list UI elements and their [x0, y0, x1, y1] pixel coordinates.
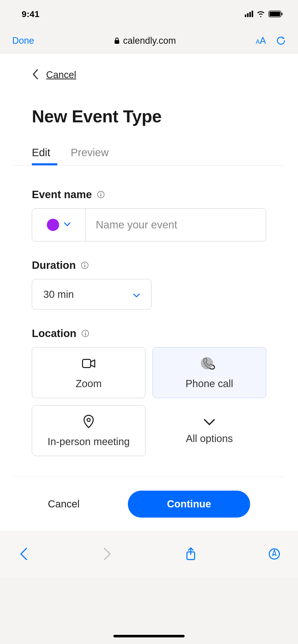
continue-button[interactable]: Continue: [128, 491, 250, 518]
location-all-label: All options: [186, 433, 233, 444]
text-size-button[interactable]: AA: [256, 35, 266, 46]
svg-point-11: [85, 331, 86, 332]
tab-edit[interactable]: Edit: [32, 147, 50, 165]
color-dot: [47, 219, 59, 231]
location-zoom[interactable]: Zoom: [32, 347, 145, 398]
info-icon[interactable]: [81, 261, 89, 269]
video-icon: [81, 356, 96, 373]
location-inperson-label: In-person meeting: [48, 436, 130, 447]
page-title: New Event Type: [32, 106, 266, 126]
info-icon[interactable]: [97, 191, 105, 198]
wifi-icon: [257, 11, 265, 17]
page-content: Cancel New Event Type Edit Preview Event…: [0, 53, 298, 531]
svg-rect-6: [100, 194, 101, 197]
svg-rect-1: [269, 12, 280, 16]
svg-rect-3: [115, 40, 119, 44]
duration-value: 30 min: [43, 289, 74, 300]
tabs: Edit Preview: [32, 147, 266, 165]
back-icon[interactable]: [32, 69, 39, 81]
done-button[interactable]: Done: [12, 35, 34, 46]
svg-point-8: [84, 263, 85, 264]
location-all-options[interactable]: All options: [153, 405, 266, 456]
svg-point-5: [100, 193, 101, 194]
domain-text: calendly.com: [123, 35, 176, 46]
svg-rect-2: [281, 13, 282, 15]
status-time: 9:41: [22, 9, 39, 19]
location-zoom-label: Zoom: [76, 378, 102, 389]
chevron-down-icon: [133, 289, 140, 300]
map-pin-icon: [81, 414, 96, 431]
share-button[interactable]: [185, 547, 197, 562]
event-name-input[interactable]: [86, 209, 266, 241]
status-bar: 9:41: [0, 0, 298, 28]
footer-bar: Cancel Continue: [13, 476, 285, 531]
cancel-button[interactable]: Cancel: [48, 498, 80, 510]
location-phone-label: Phone call: [186, 378, 233, 389]
reload-icon[interactable]: [276, 36, 286, 46]
location-inperson[interactable]: In-person meeting: [32, 405, 145, 456]
chevron-down-icon: [64, 222, 71, 228]
nav-forward-button[interactable]: [101, 547, 113, 562]
chevron-down-icon: [203, 417, 215, 428]
tabs-button[interactable]: [268, 547, 280, 562]
color-picker[interactable]: [32, 209, 86, 241]
cancel-link[interactable]: Cancel: [46, 69, 76, 80]
duration-select[interactable]: 30 min: [32, 279, 152, 310]
svg-rect-12: [85, 333, 86, 335]
address-bar[interactable]: calendly.com: [114, 35, 176, 46]
svg-rect-13: [83, 359, 91, 368]
event-name-row: [32, 208, 266, 241]
event-name-label: Event name: [32, 188, 92, 201]
info-icon[interactable]: [82, 330, 89, 337]
home-indicator: [113, 635, 185, 637]
touch-indicator: [201, 357, 213, 369]
safari-toolbar: [0, 531, 298, 577]
nav-back-button[interactable]: [18, 547, 30, 562]
lock-icon: [114, 37, 120, 44]
cellular-icon: [245, 11, 253, 17]
duration-label: Duration: [32, 259, 76, 271]
svg-point-14: [87, 418, 90, 421]
location-label: Location: [32, 327, 76, 340]
tab-preview[interactable]: Preview: [71, 147, 109, 165]
battery-icon: [268, 11, 283, 17]
browser-bar: Done calendly.com AA: [0, 28, 298, 53]
svg-rect-9: [84, 265, 85, 267]
status-indicators: [245, 11, 283, 17]
location-phone[interactable]: Phone call: [153, 347, 266, 398]
